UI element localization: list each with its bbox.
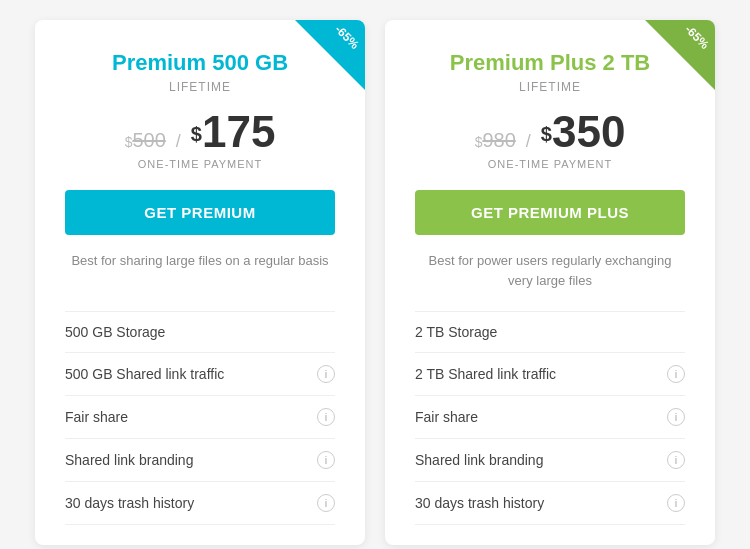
price-block-premium-plus: $980/$350 [415, 110, 685, 154]
feature-label-premium-plus-4: 30 days trash history [415, 495, 544, 511]
price-separator-premium-plus: / [526, 131, 531, 152]
new-currency-premium: $ [191, 123, 202, 145]
cta-button-premium-plus[interactable]: GET PREMIUM PLUS [415, 190, 685, 235]
feature-item-premium-plus-1: 2 TB Shared link traffici [415, 353, 685, 396]
feature-label-premium-4: 30 days trash history [65, 495, 194, 511]
price-label-premium: ONE-TIME PAYMENT [65, 158, 335, 170]
info-icon-premium-1[interactable]: i [317, 365, 335, 383]
card-premium: -65%Premium 500 GBLIFETIME$500/$175ONE-T… [35, 20, 365, 545]
feature-label-premium-2: Fair share [65, 409, 128, 425]
feature-label-premium-plus-2: Fair share [415, 409, 478, 425]
old-dollar-premium: $ [125, 134, 133, 150]
old-dollar-premium-plus: $ [475, 134, 483, 150]
feature-item-premium-4: 30 days trash historyi [65, 482, 335, 525]
feature-label-premium-plus-0: 2 TB Storage [415, 324, 497, 340]
feature-item-premium-2: Fair sharei [65, 396, 335, 439]
old-amount-premium-plus: 980 [482, 129, 515, 152]
feature-label-premium-0: 500 GB Storage [65, 324, 165, 340]
feature-item-premium-plus-4: 30 days trash historyi [415, 482, 685, 525]
old-price-premium: $500 [125, 129, 166, 152]
info-icon-premium-plus-3[interactable]: i [667, 451, 685, 469]
feature-item-premium-plus-3: Shared link brandingi [415, 439, 685, 482]
badge-premium-plus: -65% [645, 20, 715, 90]
price-block-premium: $500/$175 [65, 110, 335, 154]
old-amount-premium: 500 [132, 129, 165, 152]
badge-premium: -65% [295, 20, 365, 90]
feature-item-premium-3: Shared link brandingi [65, 439, 335, 482]
info-icon-premium-2[interactable]: i [317, 408, 335, 426]
card-description-premium-plus: Best for power users regularly exchangin… [415, 251, 685, 291]
feature-label-premium-3: Shared link branding [65, 452, 193, 468]
feature-label-premium-plus-1: 2 TB Shared link traffic [415, 366, 556, 382]
info-icon-premium-3[interactable]: i [317, 451, 335, 469]
feature-item-premium-plus-2: Fair sharei [415, 396, 685, 439]
feature-label-premium-1: 500 GB Shared link traffic [65, 366, 224, 382]
feature-item-premium-0: 500 GB Storage [65, 312, 335, 353]
new-currency-premium-plus: $ [541, 123, 552, 145]
feature-list-premium-plus: 2 TB Storage2 TB Shared link trafficiFai… [415, 311, 685, 525]
card-description-premium: Best for sharing large files on a regula… [65, 251, 335, 291]
old-price-premium-plus: $980 [475, 129, 516, 152]
price-label-premium-plus: ONE-TIME PAYMENT [415, 158, 685, 170]
card-premium-plus: -65%Premium Plus 2 TBLIFETIME$980/$350ON… [385, 20, 715, 545]
feature-item-premium-plus-0: 2 TB Storage [415, 312, 685, 353]
info-icon-premium-4[interactable]: i [317, 494, 335, 512]
pricing-cards: -65%Premium 500 GBLIFETIME$500/$175ONE-T… [0, 0, 750, 549]
info-icon-premium-plus-4[interactable]: i [667, 494, 685, 512]
feature-item-premium-1: 500 GB Shared link traffici [65, 353, 335, 396]
info-icon-premium-plus-1[interactable]: i [667, 365, 685, 383]
new-price-wrap-premium-plus: $350 [541, 110, 626, 154]
feature-list-premium: 500 GB Storage500 GB Shared link traffic… [65, 311, 335, 525]
new-price-wrap-premium: $175 [191, 110, 276, 154]
price-separator-premium: / [176, 131, 181, 152]
feature-label-premium-plus-3: Shared link branding [415, 452, 543, 468]
cta-button-premium[interactable]: GET PREMIUM [65, 190, 335, 235]
info-icon-premium-plus-2[interactable]: i [667, 408, 685, 426]
new-amount-premium: 175 [202, 107, 275, 156]
new-amount-premium-plus: 350 [552, 107, 625, 156]
